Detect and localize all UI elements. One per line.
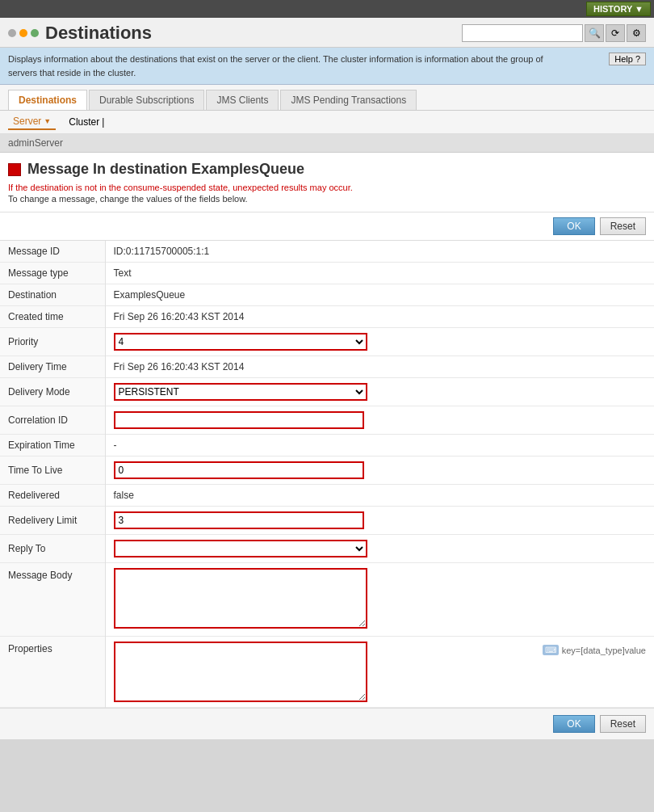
tab-destinations[interactable]: Destinations [8,90,87,110]
row-destination: Destination ExamplesQueue [0,284,654,306]
value-reply-to [105,535,654,563]
destination-title: Message In destination ExamplesQueue [27,161,304,178]
value-delivery-time: Fri Sep 26 16:20:43 KST 2014 [105,356,654,378]
label-destination: Destination [0,284,105,306]
page-title: Destinations [45,23,152,44]
value-correlation-id [105,406,654,435]
hint-text: key=[data_type]value [562,646,646,655]
form-table: Message ID ID:0:11715700005:1:1 Message … [0,241,654,708]
value-message-id: ID:0:11715700005:1:1 [105,241,654,263]
properties-hint: ⌨ key=[data_type]value [543,642,646,655]
help-button[interactable]: Help ? [609,53,646,65]
row-delivery-time: Delivery Time Fri Sep 26 16:20:43 KST 20… [0,356,654,378]
value-delivery-mode: PERSISTENT NON_PERSISTENT [105,378,654,406]
redelivery-limit-input[interactable] [114,511,364,529]
row-correlation-id: Correlation ID [0,406,654,435]
row-time-to-live: Time To Live [0,456,654,485]
search-input[interactable] [462,24,583,42]
top-bar: HISTORY ▼ [0,0,654,18]
row-created-time: Created time Fri Sep 26 16:20:43 KST 201… [0,306,654,328]
subtab-cluster-label: Cluster [69,116,99,128]
subtab-server[interactable]: Server ▼ [8,114,56,130]
search-button[interactable]: 🔍 [585,24,604,42]
title-area: Destinations [8,23,152,44]
label-correlation-id: Correlation ID [0,406,105,435]
reply-to-select[interactable] [114,540,367,557]
label-created-time: Created time [0,306,105,328]
key-icon: ⌨ [543,645,559,655]
value-redelivered: false [105,485,654,507]
label-message-id: Message ID [0,241,105,263]
row-redelivered: Redelivered false [0,485,654,507]
page-header: Destinations 🔍 ⟳ ⚙ [0,18,654,48]
sub-tabs: Server ▼ Cluster | [0,111,654,134]
time-to-live-input[interactable] [114,461,364,479]
server-label: adminServer [0,134,654,153]
priority-select[interactable]: 0123 456789 [114,333,367,351]
row-message-type: Message type Text [0,263,654,284]
status-dots [8,29,39,37]
tab-jms-pending-transactions[interactable]: JMS Pending Transactions [280,90,417,110]
delivery-mode-select[interactable]: PERSISTENT NON_PERSISTENT [114,383,367,401]
info-bar: Displays information about the destinati… [0,48,654,85]
dot-green [31,29,39,37]
subtab-server-arrow: ▼ [44,117,51,125]
change-note: To change a message, change the values o… [8,194,646,204]
main-content: Message In destination ExamplesQueue If … [0,153,654,739]
refresh-button[interactable]: ⟳ [606,24,625,42]
label-expiration-time: Expiration Time [0,435,105,456]
value-message-type: Text [105,263,654,284]
tab-durable-subscriptions[interactable]: Durable Subscriptions [89,90,204,110]
dot-gray [8,29,16,37]
row-reply-to: Reply To [0,535,654,563]
value-priority: 0123 456789 [105,328,654,356]
subtab-cluster[interactable]: Cluster | [64,114,109,130]
warning-text: If the destination is not in the consume… [8,183,646,192]
value-message-body [105,563,654,637]
row-delivery-mode: Delivery Mode PERSISTENT NON_PERSISTENT [0,378,654,406]
row-message-body: Message Body [0,563,654,637]
label-reply-to: Reply To [0,535,105,563]
subtab-server-label: Server [13,116,41,127]
label-message-body: Message Body [0,563,105,637]
value-expiration-time: - [105,435,654,456]
search-area: 🔍 ⟳ ⚙ [462,24,646,42]
value-time-to-live [105,456,654,485]
settings-button[interactable]: ⚙ [627,24,646,42]
row-message-id: Message ID ID:0:11715700005:1:1 [0,241,654,263]
subtab-cluster-pipe: | [102,116,104,128]
top-buttons-row: OK Reset [0,212,654,241]
info-description: Displays information about the destinati… [8,53,557,79]
reset-button-bottom[interactable]: Reset [600,715,646,733]
label-message-type: Message type [0,263,105,284]
ok-button-bottom[interactable]: OK [553,715,594,733]
tab-jms-clients[interactable]: JMS Clients [206,90,279,110]
reset-button-top[interactable]: Reset [600,217,646,235]
bottom-buttons-row: OK Reset [0,708,654,739]
label-delivery-mode: Delivery Mode [0,378,105,406]
ok-button-top[interactable]: OK [553,217,594,235]
value-redelivery-limit [105,507,654,535]
dest-title-row: Message In destination ExamplesQueue [8,161,646,178]
row-priority: Priority 0123 456789 [0,328,654,356]
row-properties: Properties ⌨ key=[data_type]value [0,637,654,708]
value-properties: ⌨ key=[data_type]value [105,637,654,708]
value-destination: ExamplesQueue [105,284,654,306]
row-expiration-time: Expiration Time - [0,435,654,456]
label-time-to-live: Time To Live [0,456,105,485]
history-button[interactable]: HISTORY ▼ [586,2,651,16]
label-properties: Properties [0,637,105,708]
label-redelivery-limit: Redelivery Limit [0,507,105,535]
label-priority: Priority [0,328,105,356]
tabs-container: Destinations Durable Subscriptions JMS C… [0,85,654,111]
label-delivery-time: Delivery Time [0,356,105,378]
row-redelivery-limit: Redelivery Limit [0,507,654,535]
correlation-id-input[interactable] [114,411,364,429]
destination-header: Message In destination ExamplesQueue If … [0,153,654,212]
label-redelivered: Redelivered [0,485,105,507]
value-created-time: Fri Sep 26 16:20:43 KST 2014 [105,306,654,328]
dot-orange [19,29,27,37]
message-body-textarea[interactable] [114,568,367,629]
properties-textarea[interactable] [114,642,367,702]
destination-icon [8,163,21,176]
